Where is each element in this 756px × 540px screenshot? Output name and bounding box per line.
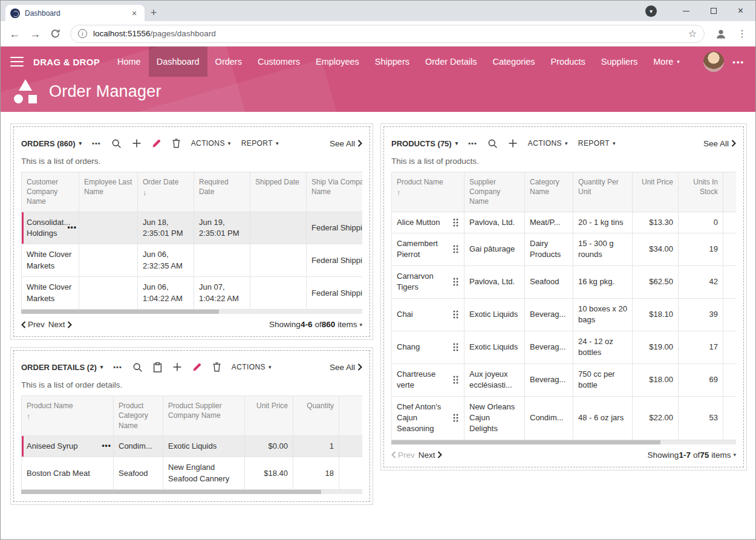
hamburger-menu-icon[interactable]: [1, 47, 33, 77]
tab-close-icon[interactable]: ×: [129, 8, 140, 19]
browser-tab-dashboard[interactable]: Dashboard ×: [5, 5, 145, 21]
horizontal-scrollbar[interactable]: [21, 490, 362, 494]
order-details-actions-dropdown[interactable]: ACTIONS ▾: [232, 363, 272, 371]
edit-pencil-icon[interactable]: [152, 138, 161, 148]
drag-handle-icon[interactable]: [452, 277, 459, 287]
orders-report-dropdown[interactable]: REPORT ▾: [241, 139, 279, 148]
order-details-more-menu-icon[interactable]: •••: [113, 363, 122, 371]
row-menu-button[interactable]: •••: [102, 441, 111, 452]
table-row[interactable]: White Clover Markets Jun 06, 1:04:22 AM …: [22, 277, 363, 310]
nav-item-employees[interactable]: Employees: [308, 47, 367, 77]
delete-trash-icon[interactable]: [172, 138, 181, 148]
prev-page-button[interactable]: Prev: [21, 320, 45, 329]
products-actions-dropdown[interactable]: ACTIONS ▾: [528, 139, 568, 148]
table-row[interactable]: Boston Crab Meat Seafood New England Sea…: [22, 457, 363, 490]
table-row[interactable]: Alice Mutton Pavlova, Ltd. Meat/P... 20 …: [392, 212, 737, 233]
column-header-unit-price[interactable]: Unit Price: [633, 172, 679, 212]
order-details-see-all-link[interactable]: See All: [330, 363, 362, 372]
clipboard-icon[interactable]: [153, 362, 162, 372]
nav-item-customers[interactable]: Customers: [250, 47, 308, 77]
nav-item-dashboard[interactable]: Dashboard: [149, 47, 207, 77]
next-page-button[interactable]: Next: [419, 451, 442, 460]
nav-item-shippers[interactable]: Shippers: [367, 47, 417, 77]
orders-title-dropdown[interactable]: ORDERS (860) ▾: [21, 139, 82, 148]
nav-item-more[interactable]: More ▾: [645, 47, 688, 77]
column-header-product-category-name[interactable]: Product Category Name: [114, 396, 163, 436]
drag-handle-icon[interactable]: [452, 375, 459, 385]
url-input[interactable]: i localhost:51556/pages/dashboard ☆: [70, 25, 705, 43]
products-report-dropdown[interactable]: REPORT ▾: [578, 139, 616, 148]
column-header-product-name[interactable]: Product Name↑: [392, 172, 464, 212]
table-row[interactable]: Camembert Pierrot Gai pâturage Dairy Pro…: [392, 233, 737, 266]
column-header-employee-last-name[interactable]: Employee Last Name: [79, 172, 138, 212]
column-header-product-name[interactable]: Product Name↑: [22, 396, 114, 436]
forward-icon[interactable]: →: [30, 28, 41, 39]
nav-item-suppliers[interactable]: Suppliers: [593, 47, 645, 77]
nav-item-order-details[interactable]: Order Details: [417, 47, 484, 77]
profile-avatar-icon[interactable]: [714, 27, 728, 41]
add-icon[interactable]: [172, 362, 182, 372]
orders-actions-dropdown[interactable]: ACTIONS ▾: [191, 139, 231, 148]
search-icon[interactable]: [111, 138, 122, 149]
new-tab-button[interactable]: +: [145, 5, 163, 21]
user-avatar[interactable]: [703, 51, 724, 72]
column-header-order-date[interactable]: Order Date↓: [138, 172, 194, 212]
column-header-quantity[interactable]: Quantity: [293, 396, 339, 436]
table-row[interactable]: Chang Exotic Liquids Beverag... 24 - 12 …: [392, 331, 737, 363]
window-maximize-button[interactable]: [700, 1, 727, 21]
add-icon[interactable]: [132, 138, 142, 148]
horizontal-scrollbar[interactable]: [21, 310, 362, 314]
column-header-shipped-date[interactable]: Shipped Date: [250, 172, 307, 212]
products-title-dropdown[interactable]: PRODUCTS (75) ▾: [391, 139, 458, 148]
search-icon[interactable]: [132, 362, 143, 372]
browser-menu-icon[interactable]: ⋮: [737, 28, 747, 39]
column-header-required-date[interactable]: Required Date: [194, 172, 250, 212]
drag-handle-icon[interactable]: [452, 413, 459, 423]
horizontal-scrollbar[interactable]: [391, 440, 736, 444]
nav-item-products[interactable]: Products: [543, 47, 593, 77]
drag-handle-icon[interactable]: [452, 310, 459, 319]
table-row[interactable]: Carnarvon Tigers Pavlova, Ltd. Seafood 1…: [392, 265, 737, 298]
table-row[interactable]: Consolidat... Holdings••• Jun 18, 2:35:0…: [22, 212, 363, 244]
column-header-quantity-per-unit[interactable]: Quantity Per Unit: [573, 172, 633, 212]
nav-item-home[interactable]: Home: [109, 47, 149, 77]
column-header-ship-via-company-name[interactable]: Ship Via Company Name: [307, 172, 363, 212]
products-more-menu-icon[interactable]: •••: [468, 140, 477, 147]
column-header-supplier-company-name[interactable]: Supplier Company Name: [464, 172, 525, 212]
edit-pencil-icon[interactable]: [192, 362, 202, 372]
drag-handle-icon[interactable]: [452, 244, 459, 254]
order-details-title-dropdown[interactable]: ORDER DETAILS (2) ▾: [21, 363, 103, 372]
browser-update-icon[interactable]: ▾: [645, 5, 657, 17]
prev-page-button[interactable]: Prev: [391, 451, 415, 460]
header-more-icon[interactable]: •••: [724, 57, 755, 67]
column-header-units-in-stock[interactable]: Units In Stock: [679, 172, 723, 212]
table-row[interactable]: Aniseed Syrup••• Condim... Exotic Liquid…: [22, 435, 363, 457]
add-icon[interactable]: [508, 138, 518, 148]
delete-trash-icon[interactable]: [212, 362, 221, 372]
table-row[interactable]: Chai Exotic Liquids Beverag... 10 boxes …: [392, 298, 737, 331]
orders-more-menu-icon[interactable]: •••: [92, 140, 101, 147]
table-row[interactable]: White Clover Markets Jun 06, 2:32:35 AM …: [22, 244, 363, 277]
column-header-category-name[interactable]: Category Name: [525, 172, 573, 212]
table-row[interactable]: Chef Anton's Cajun Seasoning New Orleans…: [392, 396, 737, 440]
reload-icon[interactable]: [50, 28, 60, 39]
search-icon[interactable]: [487, 138, 498, 149]
bookmark-star-icon[interactable]: ☆: [688, 28, 697, 39]
orders-see-all-link[interactable]: See All: [330, 139, 362, 148]
column-header-unit-price[interactable]: Unit Price: [245, 396, 293, 436]
page-info-icon[interactable]: i: [78, 29, 87, 38]
column-header-customer-company-name[interactable]: Customer Company Name: [22, 172, 79, 212]
next-page-button[interactable]: Next: [48, 320, 72, 329]
column-header-product-supplier-company-name[interactable]: Product Supplier Company Name: [163, 396, 245, 436]
products-see-all-link[interactable]: See All: [703, 139, 736, 148]
row-menu-button[interactable]: •••: [67, 223, 77, 233]
window-minimize-button[interactable]: [673, 1, 700, 21]
nav-item-categories[interactable]: Categories: [484, 47, 543, 77]
orders-page-status[interactable]: Showing 4-6 of 860 items ▾: [267, 320, 362, 329]
back-icon[interactable]: ←: [9, 28, 20, 39]
drag-handle-icon[interactable]: [452, 218, 459, 227]
drag-handle-icon[interactable]: [452, 342, 459, 352]
products-page-status[interactable]: Showing 1-7 of 75 items ▾: [645, 451, 736, 460]
window-close-button[interactable]: ×: [727, 1, 754, 21]
table-row[interactable]: Chartreuse verte Aux joyeux ecclésiasti.…: [392, 363, 737, 396]
